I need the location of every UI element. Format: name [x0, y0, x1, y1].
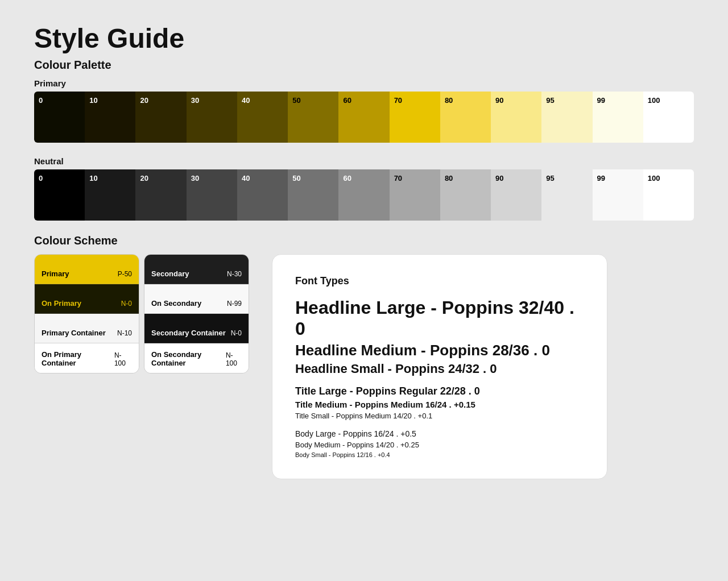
font-entry-6: Body Large - Poppins 16/24 . +0.5	[295, 429, 584, 438]
primary-swatch-70: 70	[390, 92, 440, 143]
font-entry-0: Headline Large - Poppins 32/40 . 0	[295, 297, 584, 339]
primary-scheme-cell-3: On Primary ContainerN-100	[35, 343, 139, 373]
font-entry-7: Body Medium - Poppins 14/20 . +0.25	[295, 441, 584, 449]
page-title: Style Guide	[34, 23, 694, 54]
neutral-swatch-80: 80	[440, 169, 491, 221]
neutral-swatch-100: 100	[643, 169, 694, 221]
primary-scheme-cell-2: Primary ContainerN-10	[35, 314, 139, 343]
neutral-swatch-40: 40	[237, 169, 288, 221]
primary-scheme-cell-0: PrimaryP-50	[35, 255, 139, 284]
font-entry-3: Title Large - Poppins Regular 22/28 . 0	[295, 385, 584, 397]
main-content: PrimaryP-50On PrimaryN-0Primary Containe…	[34, 254, 694, 479]
primary-swatch-50: 50	[288, 92, 338, 143]
primary-swatch-95: 95	[541, 92, 592, 143]
primary-swatch-80: 80	[440, 92, 491, 143]
neutral-swatch-30: 30	[187, 169, 237, 221]
neutral-swatch-0: 0	[34, 169, 85, 221]
font-types-title: Font Types	[295, 275, 584, 287]
primary-scheme-col: PrimaryP-50On PrimaryN-0Primary Containe…	[34, 254, 139, 374]
primary-swatch-30: 30	[187, 92, 237, 143]
primary-scheme-cell-1: On PrimaryN-0	[35, 284, 139, 314]
neutral-palette-row: 01020304050607080909599100	[34, 169, 694, 221]
primary-swatch-100: 100	[643, 92, 694, 143]
neutral-swatch-99: 99	[593, 169, 643, 221]
neutral-swatch-90: 90	[491, 169, 541, 221]
primary-swatch-0: 0	[34, 92, 85, 143]
secondary-scheme-cell-1: On SecondaryN-99	[144, 284, 249, 314]
secondary-scheme-cell-0: SecondaryN-30	[144, 255, 249, 284]
neutral-swatch-60: 60	[338, 169, 389, 221]
neutral-swatch-95: 95	[541, 169, 592, 221]
font-entry-8: Body Small - Poppins 12/16 . +0.4	[295, 451, 584, 458]
font-entry-1: Headline Medium - Poppins 28/36 . 0	[295, 342, 584, 359]
primary-swatch-60: 60	[338, 92, 389, 143]
font-entry-5: Title Small - Poppins Medium 14/20 . +0.…	[295, 412, 584, 420]
font-entry-4: Title Medium - Poppins Medium 16/24 . +0…	[295, 400, 584, 409]
primary-swatch-40: 40	[237, 92, 288, 143]
colour-scheme-panel: PrimaryP-50On PrimaryN-0Primary Containe…	[34, 254, 249, 374]
primary-swatch-99: 99	[593, 92, 643, 143]
secondary-scheme-col: SecondaryN-30On SecondaryN-99Secondary C…	[144, 254, 249, 374]
primary-swatch-20: 20	[135, 92, 186, 143]
neutral-swatch-20: 20	[135, 169, 186, 221]
secondary-scheme-cell-2: Secondary ContainerN-0	[144, 314, 249, 343]
colour-palette-title: Colour Palette	[34, 59, 694, 72]
neutral-swatch-10: 10	[85, 169, 135, 221]
colour-scheme-title: Colour Scheme	[34, 234, 694, 247]
secondary-scheme-cell-3: On Secondary ContainerN-100	[144, 343, 249, 373]
primary-swatch-90: 90	[491, 92, 541, 143]
primary-swatch-10: 10	[85, 92, 135, 143]
primary-palette-label: Primary	[34, 78, 694, 88]
font-types-card: Font Types Headline Large - Poppins 32/4…	[272, 254, 607, 479]
neutral-swatch-50: 50	[288, 169, 338, 221]
font-entry-2: Headline Small - Poppins 24/32 . 0	[295, 362, 584, 376]
font-entries: Headline Large - Poppins 32/40 . 0Headli…	[295, 297, 584, 458]
neutral-swatch-70: 70	[390, 169, 440, 221]
neutral-palette-label: Neutral	[34, 156, 694, 166]
primary-palette-row: 01020304050607080909599100	[34, 92, 694, 143]
